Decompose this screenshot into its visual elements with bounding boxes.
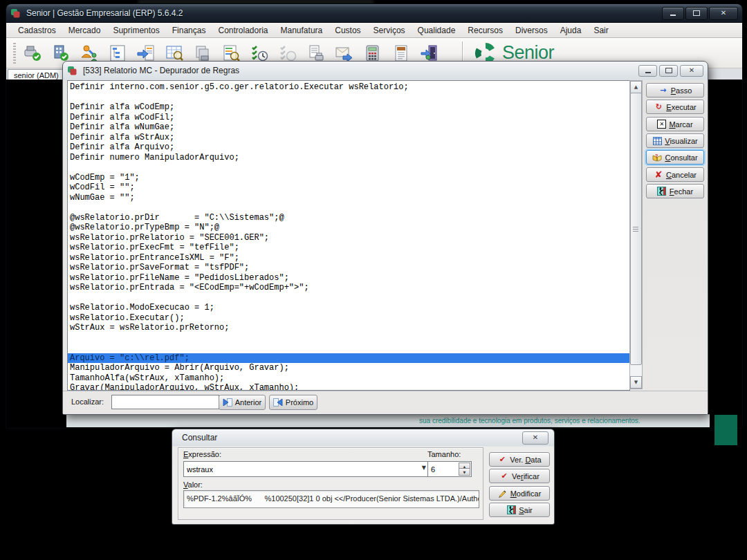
code-line[interactable]: @wsRelatorio.prTypeBmp = "N";@: [68, 223, 629, 233]
proximo-button[interactable]: Próximo: [269, 395, 317, 410]
code-line[interactable]: wsRelatorio.prEntrada = "<ECodEmp="+wCod…: [68, 283, 629, 293]
code-line[interactable]: wCodEmp = "1";: [68, 173, 629, 183]
code-line[interactable]: wsRelatorio.Executar();: [68, 313, 629, 324]
code-line[interactable]: TamanhoAlfa(wStrAux, xTamanho);: [68, 373, 629, 384]
code-line-highlighted[interactable]: Arquivo = "c:\\rel.pdf";: [68, 353, 629, 364]
spin-down-icon[interactable]: ▼: [459, 468, 470, 476]
minimize-icon: [645, 72, 651, 73]
ver-data-button[interactable]: ✔ Ver. Data: [489, 452, 550, 467]
minimize-button[interactable]: [638, 65, 657, 77]
maximize-button[interactable]: [659, 65, 678, 77]
code-line[interactable]: wsRelatorio.ModoExecucao = 1;: [68, 303, 629, 313]
code-line[interactable]: wStrAux = wsRelatorio.prRetorno;: [68, 323, 629, 333]
menu-item-manufatura[interactable]: Manufatura: [275, 24, 329, 37]
marcar-button[interactable]: ✕ Marcar: [646, 117, 704, 131]
svg-text:?: ?: [655, 153, 658, 158]
menu-item-qualidade[interactable]: Qualidade: [412, 24, 462, 37]
close-icon: ✕: [721, 10, 726, 17]
code-editor[interactable]: Definir interno.com.senior.g5.co.ger.rel…: [67, 80, 630, 391]
menu-item-financas[interactable]: Finanças: [166, 24, 212, 37]
close-button[interactable]: ✕: [680, 65, 703, 77]
grid-icon: [652, 136, 662, 145]
code-line[interactable]: [68, 162, 629, 173]
tagline-text: sua credibilidade e tecnologia em produt…: [419, 417, 640, 424]
consultar-title: Consultar: [182, 433, 520, 442]
code-line[interactable]: wsRelatorio.prRelatorio = "SECE001.GER";: [68, 233, 629, 243]
executar-button[interactable]: ↻ Executar: [646, 100, 704, 114]
anterior-button[interactable]: Anterior: [219, 395, 266, 410]
window-title: Senior | Gestão Empresarial (ERP) 5.6.4.…: [26, 8, 661, 18]
tamanho-input[interactable]: [430, 463, 459, 476]
code-line[interactable]: Definir alfa wCodEmp;: [68, 102, 629, 113]
scroll-up-button[interactable]: ▲: [630, 81, 642, 93]
find-bar: Localizar: Anterior Próximo: [63, 391, 708, 414]
fechar-button[interactable]: Fechar: [646, 184, 704, 198]
code-line[interactable]: @wsRelatorio.prDir = "C:\\Sistemas";@: [68, 213, 629, 223]
menu-item-mercado[interactable]: Mercado: [62, 24, 107, 37]
menu-item-diversos[interactable]: Diversos: [509, 24, 554, 37]
sair-button[interactable]: Sair: [489, 503, 550, 517]
menu-item-ajuda[interactable]: Ajuda: [554, 24, 588, 37]
system-check-icon[interactable]: [21, 42, 44, 64]
tamanho-spinner[interactable]: ▲ ▼: [427, 461, 472, 477]
check-icon: ✔: [497, 455, 507, 464]
cancel-icon: ✘: [654, 170, 663, 179]
code-line[interactable]: wNumGae = "";: [68, 193, 629, 203]
code-line[interactable]: Definir alfa Arquivo;: [68, 142, 629, 153]
step-icon: →: [658, 86, 668, 95]
code-line[interactable]: wsRelatorio.prFileName = "PedidosLiberad…: [68, 273, 629, 283]
expressao-combobox[interactable]: ▼: [183, 461, 428, 477]
vertical-scrollbar[interactable]: ▲ ▼: [629, 80, 643, 389]
visualizar-button[interactable]: Visualizar: [646, 133, 704, 148]
minimize-icon: [670, 15, 676, 16]
code-line[interactable]: Definir alfa wCodFil;: [68, 113, 629, 123]
minimize-button[interactable]: [662, 7, 684, 20]
previous-icon: [223, 398, 232, 407]
code-line[interactable]: Definir alfa wStrAux;: [68, 133, 629, 143]
consultar-dialog: Consultar ✕ Expressão: ▼ Tamanho: ▲ ▼ Va…: [172, 429, 555, 525]
code-line[interactable]: [68, 93, 629, 103]
expressao-input[interactable]: [185, 463, 416, 476]
code-line[interactable]: wsRelatorio.prEntranceIsXML = "F";: [68, 253, 629, 263]
exit-icon: [506, 505, 516, 514]
code-line[interactable]: [68, 203, 629, 213]
close-button[interactable]: ✕: [522, 431, 548, 445]
passo-button[interactable]: → Passo: [646, 83, 704, 97]
modificar-button[interactable]: Modificar: [489, 486, 550, 501]
code-line[interactable]: Definir alfa wNumGae;: [68, 122, 629, 133]
code-line[interactable]: wsRelatorio.prExecFmt = "tefFile";: [68, 243, 629, 253]
code-line[interactable]: [68, 343, 629, 353]
menu-item-cadastros[interactable]: Cadastros: [12, 24, 62, 37]
consultar-titlebar[interactable]: Consultar ✕: [172, 429, 554, 446]
chevron-down-icon[interactable]: ▼: [422, 465, 426, 471]
code-line[interactable]: Gravar(ManipuladorArquivo, wStrAux, xTam…: [68, 383, 629, 391]
scroll-down-button[interactable]: ▼: [630, 376, 642, 389]
menu-item-recursos[interactable]: Recursos: [461, 24, 509, 37]
tamanho-label: Tamanho:: [427, 450, 461, 458]
code-line[interactable]: Definir numero ManipuladorArquivo;: [68, 153, 629, 163]
code-line[interactable]: wsRelatorio.prSaveFormat = "tsfPDF";: [68, 263, 629, 273]
main-titlebar[interactable]: Senior | Gestão Empresarial (ERP) 5.6.4.…: [6, 4, 742, 23]
book-question-icon: ?: [652, 153, 662, 162]
exit-icon: [657, 187, 667, 196]
scrollbar-thumb[interactable]: [630, 93, 642, 365]
close-button[interactable]: ✕: [709, 7, 738, 20]
code-line[interactable]: wCodFil = "";: [68, 183, 629, 193]
menu-item-servicos[interactable]: Serviços: [367, 24, 412, 37]
maximize-button[interactable]: [685, 7, 708, 20]
find-input[interactable]: [111, 395, 219, 409]
code-line[interactable]: [68, 333, 629, 344]
debugger-window: [533] Relatorio MC - Depurador de Regras…: [62, 61, 708, 415]
menu-item-suprimentos[interactable]: Suprimentos: [107, 24, 165, 37]
cancelar-button[interactable]: ✘ Cancelar: [646, 167, 704, 182]
debugger-titlebar[interactable]: [533] Relatorio MC - Depurador de Regras…: [63, 62, 708, 80]
menu-item-sair[interactable]: Sair: [587, 24, 614, 37]
consultar-button[interactable]: ? Consultar: [646, 150, 704, 165]
menu-item-controladoria[interactable]: Controladoria: [212, 24, 274, 37]
run-icon: ↻: [654, 102, 663, 111]
verificar-button[interactable]: ✔ Verificar: [489, 469, 550, 483]
code-line[interactable]: Definir interno.com.senior.g5.co.ger.rel…: [68, 82, 629, 93]
code-line[interactable]: [68, 293, 629, 304]
menu-item-custos[interactable]: Custos: [329, 24, 367, 37]
code-line[interactable]: ManipuladorArquivo = Abrir(Arquivo, Grav…: [68, 363, 629, 373]
